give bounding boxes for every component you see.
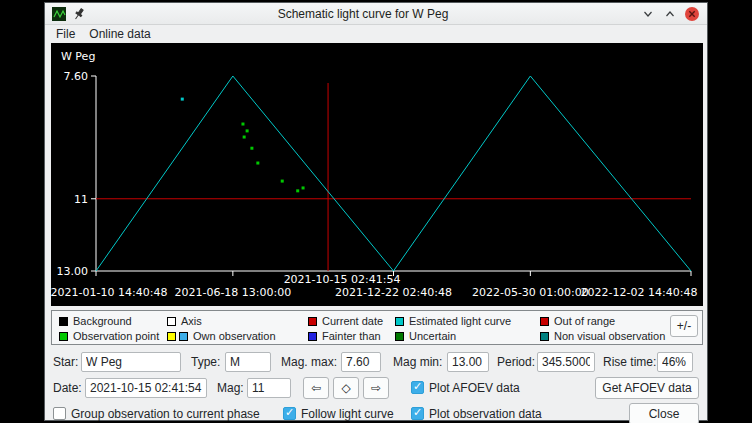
legend-swatch <box>540 332 549 341</box>
svg-text:13.00: 13.00 <box>57 265 89 278</box>
form-area: Star: Type: Mag. max: Mag min: Period: R… <box>45 346 707 420</box>
step-center-button[interactable]: ◇ <box>333 377 359 399</box>
plot-svg: 7.601113.002021-01-10 14:40:482021-06-18… <box>51 43 703 306</box>
svg-text:2021-12-22 02:40:48: 2021-12-22 02:40:48 <box>335 286 452 299</box>
app-window: Schematic light curve for W Peg File Onl… <box>44 2 708 421</box>
group-observation-label: Group observation to current phase <box>71 404 260 423</box>
type-input[interactable] <box>225 352 271 372</box>
legend-item-estimated-light-curve: Estimated light curve <box>395 314 540 328</box>
step-back-button[interactable]: ⇦ <box>303 377 329 399</box>
legend-swatch <box>59 317 68 326</box>
period-label: Period: <box>497 352 535 372</box>
legend-swatch <box>308 317 317 326</box>
light-curve-plot[interactable]: 7.601113.002021-01-10 14:40:482021-06-18… <box>51 43 703 306</box>
app-icon <box>51 6 67 22</box>
mag-input[interactable] <box>247 378 291 398</box>
legend-item-uncertain: Uncertain <box>395 329 540 343</box>
maximize-button[interactable] <box>661 5 679 23</box>
legend-label: Axis <box>181 315 202 327</box>
mag-min-label: Mag min: <box>393 352 442 372</box>
legend-swatch <box>395 317 404 326</box>
plot-afoev-checkbox[interactable] <box>411 381 424 394</box>
legend-item-out-of-range: Out of range <box>540 314 665 328</box>
legend-label: Out of range <box>554 315 615 327</box>
pin-icon[interactable] <box>71 6 87 22</box>
legend-swatch <box>167 317 176 326</box>
close-button[interactable] <box>683 5 701 23</box>
plot-afoev-label: Plot AFOEV data <box>429 378 520 398</box>
svg-text:2021-10-15 02:41:54: 2021-10-15 02:41:54 <box>284 273 401 286</box>
svg-text:2022-12-02 14:40:48: 2022-12-02 14:40:48 <box>581 286 698 299</box>
svg-text:7.60: 7.60 <box>64 70 89 83</box>
svg-text:11: 11 <box>74 193 88 206</box>
rise-time-input[interactable] <box>657 352 693 372</box>
legend-item-fainter-than: Fainter than <box>308 329 395 343</box>
legend-swatch-extra <box>179 332 188 341</box>
type-label: Type: <box>191 352 220 372</box>
legend-label: Own observation <box>193 330 276 342</box>
legend-label: Current date <box>322 315 383 327</box>
mag-max-label: Mag. max: <box>281 352 337 372</box>
date-input[interactable] <box>85 378 207 398</box>
close-dialog-button[interactable]: Close <box>629 403 699 423</box>
legend-swatch <box>167 332 176 341</box>
rise-time-label: Rise time: <box>603 352 656 372</box>
legend-swatch <box>59 332 68 341</box>
get-afoev-button[interactable]: Get AFOEV data <box>595 377 699 399</box>
legend-item-observation-point: Observation point <box>59 329 167 343</box>
menubar: File Online data <box>45 25 707 43</box>
period-input[interactable] <box>537 352 595 372</box>
group-observation-checkbox[interactable] <box>53 407 66 420</box>
plot-observation-checkbox[interactable] <box>411 407 424 420</box>
zoom-plus-minus-button[interactable]: +/- <box>670 315 698 337</box>
legend-swatch <box>540 317 549 326</box>
menu-file[interactable]: File <box>49 26 82 42</box>
svg-text:2021-01-10 14:40:48: 2021-01-10 14:40:48 <box>51 286 167 299</box>
mag-min-input[interactable] <box>447 352 489 372</box>
legend-label: Observation point <box>73 330 159 342</box>
follow-light-curve-checkbox[interactable] <box>283 407 296 420</box>
mag-max-input[interactable] <box>341 352 381 372</box>
legend-label: Estimated light curve <box>409 315 511 327</box>
menu-online-data[interactable]: Online data <box>82 26 157 42</box>
svg-text:2022-05-30 01:00:00: 2022-05-30 01:00:00 <box>472 286 589 299</box>
window-title: Schematic light curve for W Peg <box>91 7 635 21</box>
legend-item-background: Background <box>59 314 167 328</box>
legend-item-non-visual-observation: Non visual observation <box>540 329 665 343</box>
legend-label: Non visual observation <box>554 330 665 342</box>
legend-label: Fainter than <box>322 330 381 342</box>
legend-swatch <box>308 332 317 341</box>
legend-item-current-date: Current date <box>308 314 395 328</box>
svg-text:W Peg: W Peg <box>61 50 95 63</box>
legend-label: Background <box>73 315 132 327</box>
legend-swatch <box>395 332 404 341</box>
legend-item-axis: Axis <box>167 314 308 328</box>
follow-light-curve-label: Follow light curve <box>301 404 394 423</box>
legend-grid: BackgroundAxisCurrent dateEstimated ligh… <box>59 314 665 343</box>
titlebar: Schematic light curve for W Peg <box>45 3 707 25</box>
minimize-button[interactable] <box>639 5 657 23</box>
star-label: Star: <box>53 352 78 372</box>
date-label: Date: <box>53 378 82 398</box>
legend-item-own-observation: Own observation <box>167 329 308 343</box>
legend-panel: BackgroundAxisCurrent dateEstimated ligh… <box>51 310 703 345</box>
star-input[interactable] <box>81 352 181 372</box>
step-forward-button[interactable]: ⇨ <box>363 377 389 399</box>
legend-label: Uncertain <box>409 330 456 342</box>
plot-observation-label: Plot observation data <box>429 404 542 423</box>
mag-label: Mag: <box>217 378 244 398</box>
svg-text:2021-06-18 13:00:00: 2021-06-18 13:00:00 <box>174 286 291 299</box>
desktop: Schematic light curve for W Peg File Onl… <box>0 0 752 423</box>
